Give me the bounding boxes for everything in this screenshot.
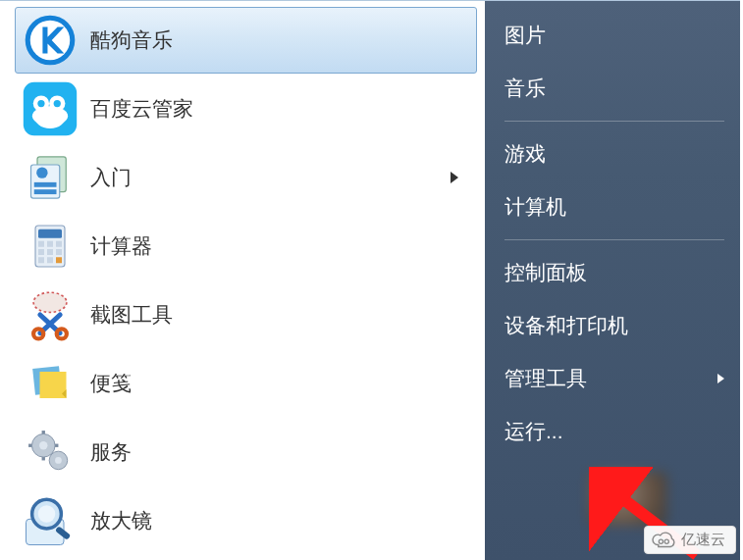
program-label: 计算器 [90, 232, 152, 260]
sticky-notes-icon [20, 353, 80, 414]
program-label: 服务 [90, 438, 132, 466]
right-label: 运行... [504, 418, 724, 445]
svg-rect-11 [34, 189, 57, 194]
svg-point-6 [37, 100, 44, 107]
svg-point-7 [54, 100, 61, 107]
svg-point-32 [55, 457, 62, 464]
svg-rect-18 [38, 249, 44, 255]
svg-point-39 [38, 505, 56, 523]
divider [504, 239, 724, 240]
svg-rect-23 [56, 257, 62, 263]
right-item-pictures[interactable]: 图片 [495, 9, 734, 62]
right-item-devices[interactable]: 设备和打印机 [495, 299, 734, 352]
right-label: 管理工具 [504, 365, 717, 392]
programs-panel: 酷狗音乐 百度云管家 [0, 1, 485, 560]
scissors-icon [20, 284, 80, 345]
calculator-icon [20, 216, 80, 277]
watermark: 亿速云 [644, 526, 736, 554]
submenu-arrow-icon [451, 172, 458, 183]
svg-point-5 [32, 106, 68, 126]
program-label: 截图工具 [90, 301, 173, 329]
program-label: 入门 [90, 164, 132, 191]
svg-rect-15 [38, 241, 44, 247]
program-item-kugou[interactable]: 酷狗音乐 [15, 7, 477, 74]
right-item-games[interactable]: 游戏 [495, 127, 734, 180]
svg-rect-14 [38, 229, 62, 238]
cloud-logo-icon [651, 532, 676, 549]
program-item-services[interactable]: 服务 [15, 419, 477, 485]
program-item-gettingstarted[interactable]: 入门 [15, 144, 477, 211]
program-item-snipping[interactable]: 截图工具 [15, 281, 477, 348]
kugou-icon [20, 10, 80, 71]
right-label: 音乐 [504, 75, 724, 102]
submenu-arrow-icon [717, 374, 724, 383]
program-label: 酷狗音乐 [90, 26, 173, 54]
program-label: 百度云管家 [90, 95, 193, 123]
svg-point-12 [36, 167, 47, 178]
right-label: 设备和打印机 [504, 312, 724, 339]
right-item-computer[interactable]: 计算机 [495, 180, 734, 233]
right-item-run[interactable]: 运行... [495, 405, 734, 458]
svg-rect-16 [47, 241, 53, 247]
user-avatar-blur [589, 472, 667, 526]
right-label: 计算机 [504, 193, 724, 221]
svg-point-42 [659, 539, 663, 543]
program-label: 放大镜 [90, 507, 152, 535]
services-gears-icon [20, 422, 80, 483]
program-item-calculator[interactable]: 计算器 [15, 213, 477, 280]
getting-started-icon [20, 147, 80, 208]
right-item-music[interactable]: 音乐 [495, 62, 734, 115]
svg-point-43 [664, 539, 668, 543]
svg-rect-10 [34, 182, 57, 187]
program-label: 便笺 [90, 370, 132, 397]
program-item-magnifier[interactable]: 放大镜 [15, 487, 477, 554]
program-item-baiducloud[interactable]: 百度云管家 [15, 76, 477, 142]
svg-rect-22 [47, 257, 53, 263]
program-item-stickynotes[interactable]: 便笺 [15, 350, 477, 417]
start-menu: 酷狗音乐 百度云管家 [0, 0, 740, 560]
right-label: 图片 [504, 22, 724, 49]
right-label: 控制面板 [504, 259, 724, 286]
svg-rect-19 [47, 249, 53, 255]
baidu-cloud-icon [20, 78, 80, 139]
magnifier-icon [20, 490, 80, 551]
svg-rect-21 [38, 257, 44, 263]
right-item-admintools[interactable]: 管理工具 [495, 352, 734, 405]
svg-rect-20 [56, 249, 62, 255]
watermark-text: 亿速云 [681, 531, 725, 549]
svg-rect-28 [40, 372, 67, 398]
divider [504, 121, 724, 122]
right-item-controlpanel[interactable]: 控制面板 [495, 246, 734, 299]
right-label: 游戏 [504, 140, 724, 168]
svg-rect-17 [56, 241, 62, 247]
svg-point-31 [39, 441, 47, 449]
svg-point-24 [33, 292, 67, 312]
